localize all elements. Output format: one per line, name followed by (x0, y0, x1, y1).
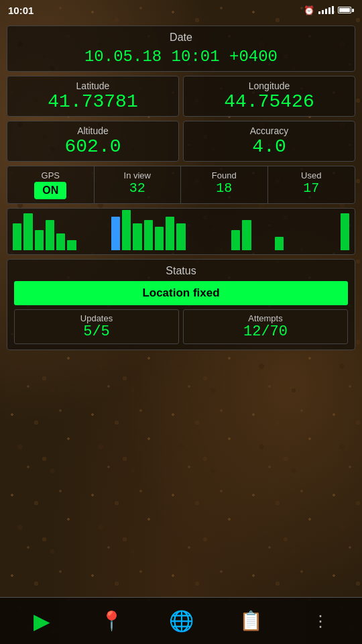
more-button[interactable]: ⋮ (300, 604, 341, 638)
status-title: Status (14, 265, 348, 277)
sat-bar (188, 213, 196, 250)
inview-value: 32 (97, 180, 178, 196)
date-value: 10.05.18 10:01 +0400 (14, 48, 348, 66)
pin-button[interactable]: 📍 (91, 604, 131, 638)
sat-bar (286, 213, 294, 250)
sat-bar (133, 223, 141, 250)
sat-bar (166, 217, 174, 250)
longitude-title: Longitude (189, 80, 349, 91)
altitude-card: Altitude 602.0 (7, 121, 179, 162)
found-label: Found (184, 170, 265, 180)
clock: 10:01 (8, 5, 34, 16)
updates-value: 5/5 (18, 323, 175, 340)
sat-bar (13, 223, 21, 250)
globe-button[interactable]: 🌐 (161, 604, 201, 638)
sat-bar (100, 213, 109, 250)
sat-bar (56, 233, 65, 250)
latitude-value: 41.73781 (13, 91, 173, 112)
inview-label: In view (97, 170, 178, 180)
accuracy-value: 4.0 (189, 136, 349, 157)
sat-bar (23, 213, 32, 250)
sat-bar (341, 213, 349, 250)
accuracy-title: Accuracy (189, 125, 349, 136)
battery-icon (338, 7, 354, 13)
longitude-value: 44.75426 (189, 91, 349, 112)
used-cell: Used 17 (268, 166, 355, 203)
list-icon: 📋 (239, 610, 263, 632)
sat-bar (198, 213, 207, 250)
pin-icon: 📍 (100, 610, 123, 632)
used-label: Used (271, 170, 353, 180)
altitude-value: 602.0 (13, 136, 173, 157)
sat-bar (155, 227, 164, 250)
sat-bar (221, 213, 229, 250)
attempts-value: 12/70 (187, 323, 344, 340)
sat-bar (78, 213, 87, 250)
sat-bar (111, 217, 120, 250)
play-button[interactable]: ▶ (21, 604, 62, 638)
sat-bar (297, 213, 306, 250)
date-card: Date 10.05.18 10:01 +0400 (7, 25, 355, 72)
globe-icon: 🌐 (169, 609, 194, 633)
found-cell: Found 18 (181, 166, 268, 203)
sat-bar (253, 213, 262, 250)
sat-bar (176, 223, 185, 250)
sat-bar (242, 220, 251, 250)
latitude-card: Latitude 41.73781 (7, 76, 179, 117)
status-icons: ⏰ (304, 5, 354, 15)
sat-bar (46, 220, 54, 250)
sat-bar (89, 213, 98, 250)
longitude-card: Longitude 44.75426 (183, 76, 355, 117)
sat-bar (264, 213, 273, 250)
signal-icon (318, 6, 334, 14)
sat-bar (308, 213, 316, 250)
alt-acc-row: Altitude 602.0 Accuracy 4.0 (7, 121, 355, 162)
sat-bar (35, 230, 44, 250)
lat-lon-row: Latitude 41.73781 Longitude 44.75426 (7, 76, 355, 117)
sat-bar (231, 230, 240, 250)
alarm-icon: ⏰ (304, 5, 314, 15)
status-bar: 10:01 ⏰ (0, 0, 362, 20)
attempts-cell: Attempts 12/70 (183, 309, 348, 344)
sat-bar (209, 213, 218, 250)
altitude-title: Altitude (13, 125, 173, 136)
found-value: 18 (184, 180, 265, 196)
sat-bar (144, 220, 153, 250)
used-value: 17 (271, 180, 353, 196)
list-button[interactable]: 📋 (231, 604, 271, 638)
gps-on-label: ON (34, 182, 66, 199)
date-title: Date (14, 32, 348, 44)
accuracy-card: Accuracy 4.0 (183, 121, 355, 162)
updates-label: Updates (18, 313, 175, 323)
gps-cell: GPS ON (7, 166, 95, 203)
satellite-bars (7, 208, 355, 255)
sat-bar (330, 213, 339, 250)
attempts-label: Attempts (187, 313, 344, 323)
updates-row: Updates 5/5 Attempts 12/70 (14, 309, 348, 344)
latitude-title: Latitude (13, 80, 173, 91)
sat-bar (275, 237, 284, 250)
inview-cell: In view 32 (95, 166, 182, 203)
play-icon: ▶ (34, 608, 50, 634)
gps-row: GPS ON In view 32 Found 18 Used 17 (7, 166, 355, 204)
gps-label: GPS (10, 170, 91, 180)
updates-cell: Updates 5/5 (14, 309, 179, 344)
sat-bar (122, 210, 131, 250)
bottom-nav: ▶ 📍 🌐 📋 ⋮ (0, 597, 362, 644)
status-section: Status Location fixed Updates 5/5 Attemp… (7, 259, 355, 350)
more-icon: ⋮ (312, 612, 328, 631)
sat-bar (67, 240, 76, 250)
main-area: Date 10.05.18 10:01 +0400 Latitude 41.73… (0, 20, 362, 356)
sat-bar (318, 213, 327, 250)
gps-on-button[interactable]: ON (10, 180, 91, 199)
location-fixed: Location fixed (14, 281, 348, 305)
